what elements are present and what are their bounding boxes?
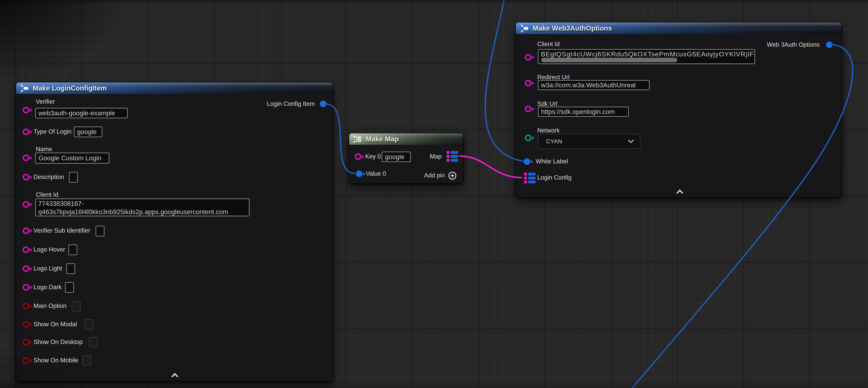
name-input[interactable]: Google Custom Login — [35, 153, 110, 163]
pin-label-description: Description — [33, 174, 64, 181]
redirect-url-input[interactable]: w3a://com.w3a.Web3AuthUnreal — [538, 80, 650, 90]
add-pin-label: Add pin — [424, 172, 445, 179]
pin-value-0[interactable] — [356, 171, 363, 177]
pin-label-verifier-sub-identifier: Verifier Sub Identifier — [33, 227, 90, 234]
node-header[interactable]: Make Web3AuthOptions — [516, 23, 842, 34]
pin-label-logo-hover: Logo Hover — [33, 246, 65, 253]
type-of-login-input[interactable]: google — [74, 126, 102, 137]
pin-label-sdk-url: Sdk Url — [537, 100, 557, 108]
pin-verifier-sub-identifier[interactable] — [23, 228, 29, 234]
pin-label-show-on-mobile: Show On Mobile — [33, 357, 78, 364]
verifier-sub-identifier-input[interactable] — [96, 226, 104, 236]
pin-login-config[interactable] — [524, 173, 535, 183]
pin-map-output[interactable] — [446, 151, 458, 162]
main-option-checkbox[interactable] — [72, 301, 81, 311]
wire-map-to-loginconfig[interactable] — [459, 156, 522, 178]
logo-hover-input[interactable] — [68, 244, 77, 255]
pin-verifier[interactable] — [23, 107, 29, 113]
node-title: Make LoginConfigItem — [33, 84, 106, 92]
pin-label-show-on-desktop: Show On Desktop — [33, 338, 83, 346]
logo-light-input[interactable] — [66, 263, 75, 274]
sdk-url-input[interactable]: https://sdk.openlogin.com — [538, 107, 629, 117]
collapse-node-chevron-icon[interactable] — [172, 373, 178, 377]
pin-label-type-of-login: Type Of Login — [33, 128, 71, 135]
node-make-map[interactable]: Make Map Key 0 google Map Value 0 Add pi… — [349, 133, 464, 184]
description-input[interactable] — [69, 172, 78, 183]
pin-show-on-mobile[interactable] — [23, 357, 29, 364]
client-id-line2: q463s7kpvja16l4l0kko3nb925ikds2p.apps.go… — [38, 208, 247, 216]
pin-main-option[interactable] — [23, 303, 29, 309]
make-struct-icon — [20, 84, 29, 93]
pin-label-verifier: Verifier — [36, 98, 55, 105]
node-make-web3authoptions[interactable]: Make Web3AuthOptions Web 3Auth Options C… — [516, 22, 842, 197]
client-id-scrollbar[interactable] — [541, 58, 677, 62]
make-struct-icon — [520, 24, 529, 33]
client-id-input[interactable]: BEglQSgt4cUWcj6SKRdu5QkOXTsePmMcusG5EAoy… — [538, 49, 755, 64]
make-map-icon — [352, 135, 363, 144]
pin-redirect-url[interactable] — [525, 80, 531, 86]
pin-logo-dark[interactable] — [23, 284, 29, 291]
node-title: Make Map — [366, 135, 399, 143]
pin-label-value-0: Value 0 — [366, 170, 386, 177]
pin-label-login-config: Login Config — [537, 174, 571, 181]
pin-logo-light[interactable] — [23, 265, 29, 272]
pin-label-logo-light: Logo Light — [33, 265, 62, 272]
pin-key-0[interactable] — [355, 153, 361, 160]
pin-show-on-modal[interactable] — [23, 321, 29, 328]
pin-label-show-on-modal: Show On Modal — [33, 321, 77, 328]
collapse-node-chevron-icon[interactable] — [676, 189, 683, 194]
show-on-mobile-checkbox[interactable] — [82, 355, 91, 366]
logo-dark-input[interactable] — [65, 282, 74, 293]
pin-label-client-id: Client Id — [537, 40, 560, 48]
pin-label-key-0: Key 0 — [365, 153, 381, 160]
key-0-input[interactable]: google — [382, 152, 411, 162]
pin-name[interactable] — [23, 155, 29, 161]
client-id-line1: 774338308167- — [38, 200, 247, 208]
node-header[interactable]: Make Map — [349, 133, 463, 145]
client-id-text: BEglQSgt4cUWcj6SKRdu5QkOXTsePmMcusG5EAoy… — [538, 50, 754, 59]
pin-label-login-config-item: Login Config Item — [267, 100, 315, 108]
pin-label-client-id: Client Id — [36, 191, 58, 198]
pin-white-label[interactable] — [524, 158, 530, 165]
client-id-input[interactable]: 774338308167- q463s7kpvja16l4l0kko3nb925… — [35, 199, 250, 216]
node-make-loginconfigitem[interactable]: Make LoginConfigItem Login Config Item V… — [16, 82, 333, 382]
pin-logo-hover[interactable] — [23, 246, 29, 253]
pin-label-web3auth-options: Web 3Auth Options — [767, 41, 820, 48]
pin-show-on-desktop[interactable] — [23, 339, 29, 346]
pin-label-white-label: White Label — [536, 158, 568, 165]
pin-network[interactable] — [525, 135, 531, 141]
show-on-modal-checkbox[interactable] — [85, 319, 93, 330]
pin-label-network: Network — [537, 127, 560, 134]
add-pin-icon[interactable] — [448, 171, 457, 180]
show-on-desktop-checkbox[interactable] — [89, 337, 98, 348]
verifier-input[interactable]: web3auth-google-example — [35, 108, 128, 118]
pin-label-redirect-url: Redirect Url — [537, 74, 569, 81]
network-dropdown[interactable]: CYAN — [538, 134, 640, 149]
pin-label-logo-dark: Logo Dark — [33, 284, 62, 291]
pin-description[interactable] — [23, 174, 29, 180]
pin-type-of-login[interactable] — [23, 128, 29, 135]
blueprint-graph-canvas[interactable]: Make LoginConfigItem Login Config Item V… — [0, 0, 868, 388]
pin-label-map: Map — [430, 153, 442, 160]
node-header[interactable]: Make LoginConfigItem — [16, 82, 333, 94]
chevron-down-icon — [628, 139, 634, 143]
network-selected-value: CYAN — [546, 138, 562, 145]
pin-client-id[interactable] — [23, 201, 29, 208]
pin-label-name: Name — [36, 146, 52, 153]
node-title: Make Web3AuthOptions — [533, 24, 612, 32]
pin-client-id[interactable] — [525, 54, 531, 61]
pin-label-main-option: Main Option — [33, 302, 66, 309]
pin-sdk-url[interactable] — [525, 106, 531, 112]
